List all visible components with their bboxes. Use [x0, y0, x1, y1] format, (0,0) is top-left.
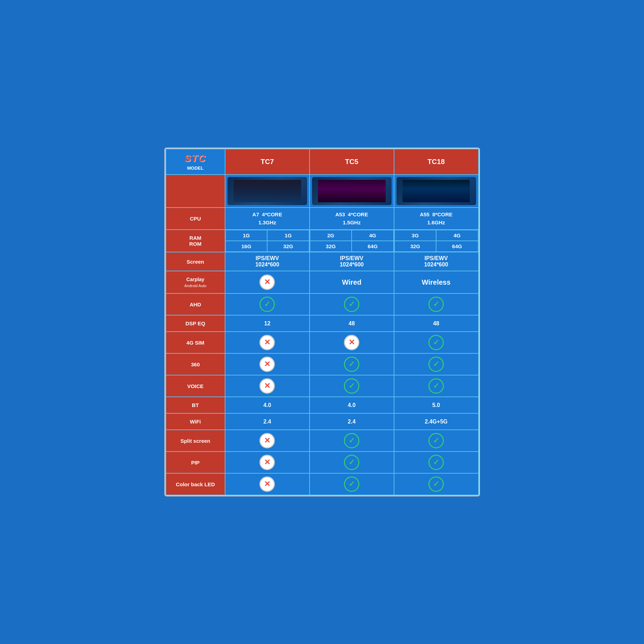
cpu-tc7: A7 4*CORE1.3GHz — [225, 208, 310, 230]
dspeq-tc18: 48 — [394, 315, 479, 332]
r360-label: 360 — [166, 353, 225, 375]
ahd-label: AHD — [166, 293, 225, 315]
wifi-tc18: 2.4G+5G — [394, 413, 479, 430]
wireless-text: Wireless — [422, 278, 450, 286]
colorled-tc7: ✕ — [225, 473, 310, 495]
check-icon-colorled-tc18: ✓ — [428, 476, 444, 492]
tc7-ram1: 1G — [225, 230, 267, 241]
cpu-label: CPU — [166, 208, 225, 230]
pip-tc18: ✓ — [394, 452, 479, 473]
ahd-tc7: ✓ — [225, 293, 310, 315]
tc18-ram1: 3G — [394, 230, 436, 241]
check-icon-voice-tc5: ✓ — [344, 378, 359, 394]
cross-icon-colorled-tc7: ✕ — [259, 476, 275, 492]
screen-tc5: IPS/EWV1024*600 — [310, 252, 394, 271]
model-label: MODEL — [187, 165, 204, 171]
colorled-label: Color back LED — [166, 473, 225, 495]
wifi-tc5: 2.4 — [310, 413, 394, 430]
ahd-tc5: ✓ — [310, 293, 394, 315]
check-icon-360-tc18: ✓ — [428, 357, 444, 372]
check-icon-split-tc5: ✓ — [344, 433, 359, 448]
cross-icon-split-tc7: ✕ — [259, 433, 275, 448]
check-icon-pip-tc18: ✓ — [428, 455, 444, 470]
device-image-tc7 — [225, 175, 310, 208]
check-icon-voice-tc18: ✓ — [428, 378, 444, 394]
cross-icon-360-tc7: ✕ — [259, 357, 275, 372]
carplay-tc18: Wireless — [394, 271, 479, 293]
tc18-rom1: 32G — [394, 241, 436, 252]
r360-tc18: ✓ — [394, 353, 479, 375]
bt-tc18: 5.0 — [394, 397, 479, 413]
cross-icon-voice-tc7: ✕ — [259, 378, 275, 394]
brand-logo: STC — [184, 153, 206, 164]
sim4g-tc7: ✕ — [225, 332, 310, 353]
wifi-tc7: 2.4 — [225, 413, 310, 430]
cross-icon-carplay-tc7: ✕ — [259, 274, 275, 290]
voice-label: VOICE — [166, 375, 225, 397]
header-tc7: TC7 — [225, 149, 310, 175]
split-label: Split screen — [166, 430, 225, 452]
sim4g-tc5: ✕ — [310, 332, 394, 353]
pip-label: PIP — [166, 452, 225, 473]
cpu-tc7-text: A7 4*CORE1.3GHz — [227, 211, 308, 226]
tc5-ram2: 4G — [352, 230, 393, 241]
check-icon-ahd-tc18: ✓ — [428, 297, 444, 312]
check-icon-pip-tc5: ✓ — [344, 455, 359, 470]
colorled-tc5: ✓ — [310, 473, 394, 495]
cross-icon-pip-tc7: ✕ — [259, 455, 275, 470]
screen-label: Screen — [166, 252, 225, 271]
cross-icon-sim4g-tc7: ✕ — [259, 335, 275, 350]
split-tc5: ✓ — [310, 430, 394, 452]
wifi-label: WiFi — [166, 413, 225, 430]
tc7-rom1: 16G — [225, 241, 267, 252]
carplay-tc7: ✕ — [225, 271, 310, 293]
cpu-tc5-text: A53 4*CORE1.5GHz — [311, 211, 392, 226]
carplay-tc5: Wired — [310, 271, 394, 293]
split-tc18: ✓ — [394, 430, 479, 452]
bt-label: BT — [166, 397, 225, 413]
tc18-ram2: 4G — [436, 230, 478, 241]
bt-tc5: 4.0 — [310, 397, 394, 413]
split-tc7: ✕ — [225, 430, 310, 452]
cpu-tc18-text: A55 8*CORE1.6GHz — [396, 211, 477, 226]
ramrom-tc18: 3G 4G 32G 64G — [394, 230, 479, 252]
header-tc5: TC5 — [310, 149, 394, 175]
check-icon-colorled-tc5: ✓ — [344, 476, 359, 492]
ramrom-label: RAMROM — [166, 230, 225, 252]
device-image-tc5 — [310, 175, 394, 208]
tc7-ram2: 1G — [267, 230, 309, 241]
screen-tc7: IPS/EWV1024*600 — [225, 252, 310, 271]
sim4g-label: 4G SIM — [166, 332, 225, 353]
tc5-rom1: 32G — [310, 241, 352, 252]
header-tc18: TC18 — [394, 149, 479, 175]
voice-tc7: ✕ — [225, 375, 310, 397]
ramrom-tc5: 2G 4G 32G 64G — [310, 230, 394, 252]
tc18-rom2: 64G — [436, 241, 478, 252]
carplay-sub-label: Android Auto — [184, 284, 206, 288]
carplay-label-cell: Carplay Android Auto — [166, 271, 225, 293]
check-icon-sim4g-tc18: ✓ — [428, 335, 444, 350]
dspeq-tc5: 48 — [310, 315, 394, 332]
voice-tc18: ✓ — [394, 375, 479, 397]
wired-text: Wired — [342, 278, 361, 286]
brand-cell: STC MODEL — [166, 149, 225, 175]
carplay-main-label: Carplay — [187, 277, 204, 282]
tc7-rom2: 32G — [267, 241, 309, 252]
pip-tc7: ✕ — [225, 452, 310, 473]
bt-tc7: 4.0 — [225, 397, 310, 413]
ramrom-tc7: 1G 1G 16G 32G — [225, 230, 310, 252]
tc5-rom2: 64G — [352, 241, 393, 252]
dspeq-label: DSP EQ — [166, 315, 225, 332]
r360-tc7: ✕ — [225, 353, 310, 375]
check-icon-ahd-tc5: ✓ — [344, 297, 359, 312]
colorled-tc18: ✓ — [394, 473, 479, 495]
check-icon-360-tc5: ✓ — [344, 357, 359, 372]
ahd-tc18: ✓ — [394, 293, 479, 315]
tc5-ram1: 2G — [310, 230, 352, 241]
voice-tc5: ✓ — [310, 375, 394, 397]
cpu-tc5: A53 4*CORE1.5GHz — [310, 208, 394, 230]
pip-tc5: ✓ — [310, 452, 394, 473]
device-image-tc18 — [394, 175, 479, 208]
dspeq-tc7: 12 — [225, 315, 310, 332]
screen-tc18: IPS/EWV1024*600 — [394, 252, 479, 271]
